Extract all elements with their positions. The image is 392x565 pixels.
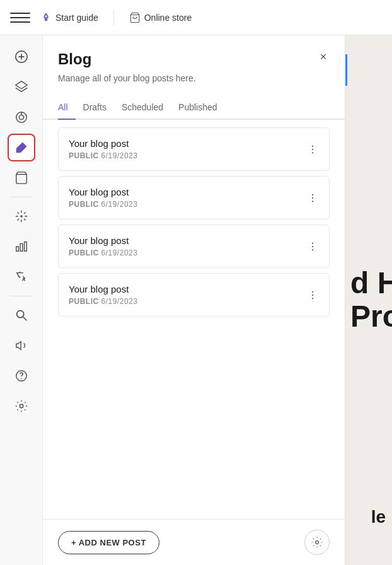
tab-scheduled[interactable]: Scheduled (114, 96, 171, 120)
sidebar-icon-blog[interactable] (8, 134, 35, 161)
gear-settings-icon (311, 536, 323, 549)
post-status-2: PUBLIC (69, 248, 99, 257)
top-bar: Start guide Online store (0, 0, 392, 35)
sidebar-icon-translate[interactable] (8, 263, 35, 291)
post-actions-3[interactable] (304, 286, 321, 304)
post-actions-1[interactable] (304, 189, 321, 207)
post-title-3: Your blog post (69, 284, 304, 294)
post-info-2: Your blog post PUBLIC 6/19/2023 (69, 235, 304, 257)
post-item-2: Your blog post PUBLIC 6/19/2023 (58, 224, 330, 268)
svg-point-25 (312, 201, 313, 202)
main-content: d H Pro le Blog Manage all of your blog … (43, 35, 392, 565)
more-options-icon (307, 241, 318, 252)
post-meta-3: PUBLIC 6/19/2023 (69, 297, 304, 306)
tab-drafts[interactable]: Drafts (76, 96, 114, 120)
svg-rect-13 (20, 243, 23, 251)
post-item-3: Your blog post PUBLIC 6/19/2023 (58, 273, 330, 317)
tab-published[interactable]: Published (171, 96, 225, 120)
sidebar-icon-settings[interactable] (8, 392, 35, 420)
post-status-3: PUBLIC (69, 297, 99, 306)
panel-title: Blog (58, 50, 330, 68)
post-status-1: PUBLIC (69, 200, 99, 209)
post-item-1: Your blog post PUBLIC 6/19/2023 (58, 176, 330, 219)
panel-header: Blog Manage all of your blog posts here.… (43, 35, 345, 96)
preview-text: d H Pro (350, 267, 392, 334)
svg-point-32 (316, 541, 319, 544)
online-store-button[interactable]: Online store (124, 8, 197, 27)
svg-point-24 (312, 197, 313, 198)
post-date-0: 6/19/2023 (101, 151, 138, 160)
panel-subtitle: Manage all of your blog posts here. (58, 73, 330, 83)
svg-point-0 (45, 15, 47, 17)
tab-bar: All Drafts Scheduled Published (43, 96, 345, 120)
sidebar (0, 35, 43, 565)
svg-point-27 (312, 245, 313, 247)
svg-marker-5 (15, 81, 26, 89)
panel-footer: + ADD NEW POST (43, 519, 345, 565)
cart-topbar-icon (129, 12, 141, 23)
help-icon (14, 369, 28, 383)
sidebar-icon-layers[interactable] (8, 73, 35, 101)
svg-point-11 (20, 215, 23, 218)
svg-point-30 (312, 294, 313, 295)
topbar-divider (113, 10, 114, 25)
start-guide-button[interactable]: Start guide (35, 8, 103, 27)
post-title-2: Your blog post (69, 235, 304, 246)
add-new-post-button[interactable]: + ADD NEW POST (58, 531, 159, 554)
post-title-0: Your blog post (69, 138, 304, 149)
svg-point-28 (312, 249, 313, 250)
post-meta-2: PUBLIC 6/19/2023 (69, 248, 304, 257)
post-item-0: Your blog post PUBLIC 6/19/2023 (58, 127, 330, 171)
post-info-0: Your blog post PUBLIC 6/19/2023 (69, 138, 304, 160)
start-guide-label: Start guide (55, 13, 98, 23)
plus-circle-icon (14, 50, 28, 64)
rocket-icon (40, 12, 52, 23)
svg-rect-14 (24, 242, 26, 252)
post-date-3: 6/19/2023 (101, 297, 138, 306)
sidebar-divider-1 (10, 197, 33, 197)
sidebar-icon-help[interactable] (8, 362, 35, 390)
sidebar-icon-magic[interactable] (8, 202, 35, 230)
more-options-icon (307, 192, 318, 204)
sidebar-icon-search[interactable] (8, 301, 35, 329)
svg-point-29 (312, 291, 313, 292)
post-actions-0[interactable] (304, 141, 321, 158)
post-meta-1: PUBLIC 6/19/2023 (69, 200, 304, 209)
svg-point-21 (312, 148, 313, 149)
sidebar-icon-marketing[interactable] (8, 332, 35, 359)
post-title-1: Your blog post (69, 187, 304, 197)
svg-point-18 (21, 378, 21, 379)
sidebar-icon-analytics[interactable] (8, 233, 35, 260)
preview-line2: Pro (350, 300, 392, 334)
post-date-2: 6/19/2023 (101, 248, 138, 257)
close-button[interactable]: × (314, 48, 332, 66)
post-info-3: Your blog post PUBLIC 6/19/2023 (69, 284, 304, 306)
post-status-0: PUBLIC (69, 151, 99, 160)
preview-line1: d H (350, 267, 392, 300)
blog-settings-button[interactable] (304, 530, 330, 555)
more-options-icon (307, 289, 318, 301)
online-store-label: Online store (144, 13, 192, 23)
sidebar-icon-theme[interactable] (8, 103, 35, 131)
svg-point-22 (312, 152, 313, 153)
palette-icon (14, 110, 28, 124)
svg-point-19 (20, 404, 23, 408)
sidebar-icon-cart[interactable] (8, 164, 35, 192)
layers-icon (14, 80, 28, 94)
add-post-label: + ADD NEW POST (71, 538, 146, 547)
sidebar-icon-add[interactable] (8, 43, 35, 71)
tab-all[interactable]: All (58, 96, 76, 120)
gear-icon (14, 399, 28, 413)
menu-button[interactable] (10, 8, 30, 28)
sparkle-icon (14, 209, 28, 223)
post-date-1: 6/19/2023 (101, 200, 138, 209)
svg-point-20 (312, 145, 313, 146)
svg-line-16 (23, 317, 26, 321)
bar-chart-icon (14, 240, 28, 253)
post-info-1: Your blog post PUBLIC 6/19/2023 (69, 187, 304, 209)
blog-panel: Blog Manage all of your blog posts here.… (43, 35, 345, 565)
translate-icon (14, 270, 28, 284)
svg-rect-12 (16, 247, 18, 251)
svg-point-23 (312, 194, 313, 195)
post-actions-2[interactable] (304, 238, 321, 255)
